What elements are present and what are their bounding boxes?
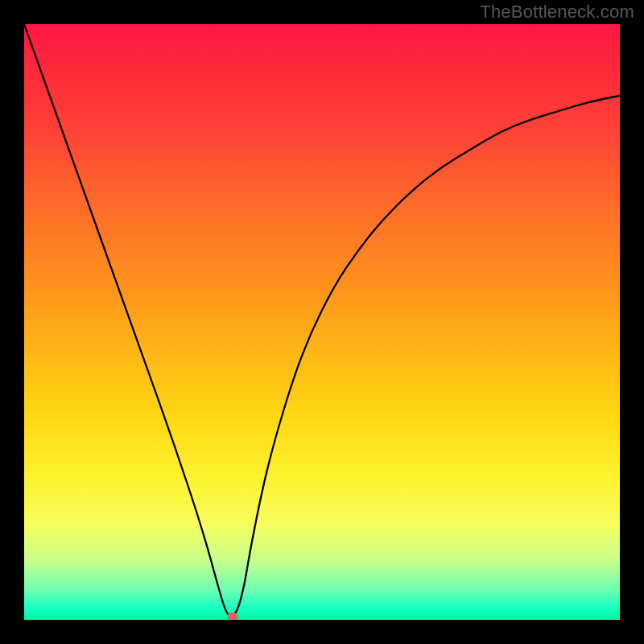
curve-layer — [24, 24, 620, 620]
chart-frame: TheBottleneck.com — [0, 0, 644, 644]
watermark-text: TheBottleneck.com — [480, 2, 634, 23]
bottleneck-curve — [24, 24, 620, 616]
plot-area — [24, 24, 620, 620]
minimum-marker — [228, 613, 238, 620]
